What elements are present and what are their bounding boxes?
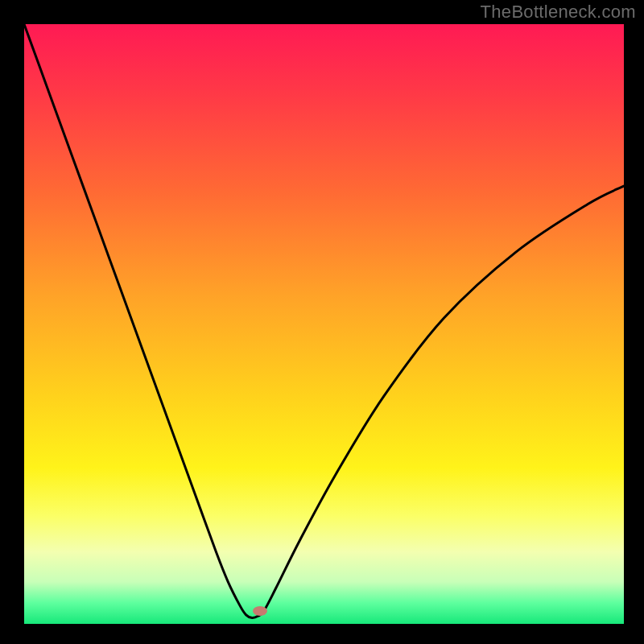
plot-area [24,24,624,624]
chart-frame: TheBottleneck.com [0,0,644,644]
optimal-marker [253,606,267,616]
gradient-background [24,24,624,624]
plot-svg [24,24,624,624]
watermark-text: TheBottleneck.com [481,2,636,23]
